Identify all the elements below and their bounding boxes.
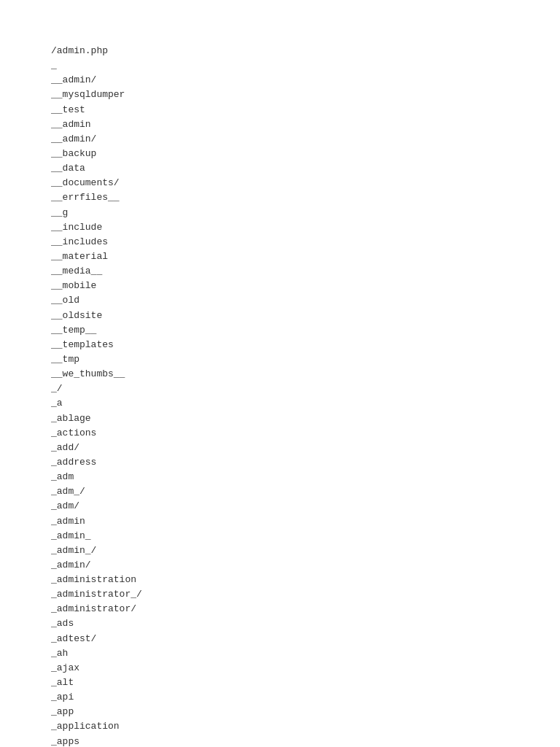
list-item: _admin_ [51, 529, 509, 543]
list-item: __material [51, 249, 509, 264]
list-item: __admin/ [51, 132, 509, 147]
list-item: _adtest/ [51, 632, 509, 646]
list-item: __mobile [51, 279, 509, 293]
list-item: _adm_/ [51, 484, 509, 499]
list-item: __admin/ [51, 73, 509, 88]
list-item: _address [51, 455, 509, 470]
list-item: _admin_/ [51, 543, 509, 558]
list-item: __includes [51, 235, 509, 249]
list-item: __tmp [51, 352, 509, 367]
list-item: _administrator_/ [51, 587, 509, 602]
list-item: __templates [51, 338, 509, 352]
list-item: _api [51, 690, 509, 705]
list-item: __backup [51, 147, 509, 161]
list-item: __admin [51, 117, 509, 132]
list-item: _actions [51, 426, 509, 441]
list-item: _app [51, 705, 509, 719]
list-item: _ads [51, 616, 509, 631]
list-item: _ablage [51, 411, 509, 426]
list-item: _administration [51, 573, 509, 587]
list-item: _administrator/ [51, 602, 509, 616]
list-item: __g [51, 206, 509, 220]
list-item: __temp__ [51, 323, 509, 338]
list-item: _a [51, 396, 509, 411]
list-item: _alt [51, 676, 509, 690]
list-item: _/ [51, 382, 509, 396]
list-item: __oldsite [51, 309, 509, 323]
list-item: __mysqldumper [51, 88, 509, 102]
list-item: __data [51, 161, 509, 176]
list-item: __include [51, 220, 509, 235]
list-item: __test [51, 103, 509, 117]
list-item: __media__ [51, 264, 509, 279]
file-list: /admin.php___admin/__mysqldumper__test__… [51, 44, 509, 747]
list-item: _add/ [51, 441, 509, 455]
list-item: _ah [51, 646, 509, 661]
list-item: _ [51, 58, 509, 73]
list-item: /admin.php [51, 44, 509, 58]
list-item: __we_thumbs__ [51, 367, 509, 382]
list-item: __errfiles__ [51, 190, 509, 205]
list-item: _adm [51, 470, 509, 484]
list-item: _admin/ [51, 558, 509, 573]
list-item: _admin [51, 514, 509, 529]
list-item: _application [51, 719, 509, 734]
list-item: _adm/ [51, 499, 509, 514]
list-item: _ajax [51, 661, 509, 676]
list-item: __old [51, 293, 509, 308]
list-item: _apps [51, 735, 509, 747]
list-item: __documents/ [51, 176, 509, 190]
